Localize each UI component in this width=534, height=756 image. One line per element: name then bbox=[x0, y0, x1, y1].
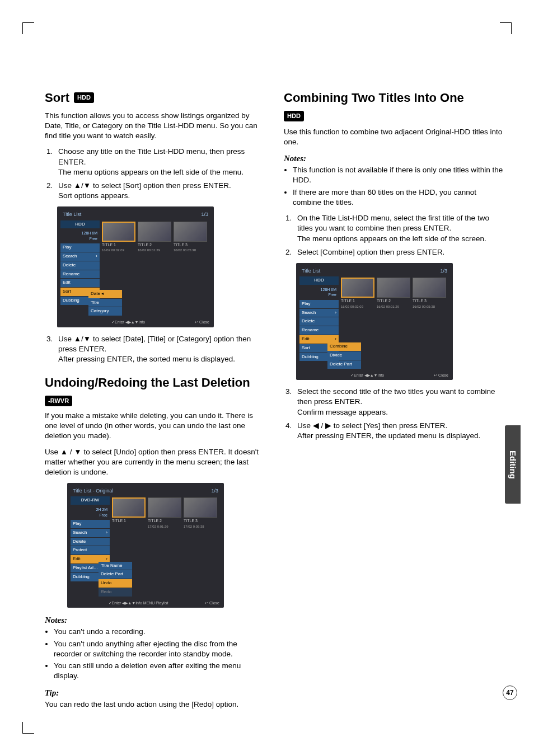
mock-submenu-item: Redo bbox=[99, 588, 132, 597]
mock-footer: ✓Enter ◀▶▲▼Info MENU Playlist bbox=[109, 600, 168, 605]
mock-menu-item: Rename bbox=[60, 270, 100, 279]
combine-steps: On the Title List-HDD menu, select the f… bbox=[294, 213, 506, 257]
combine-notes: This function is not available if there … bbox=[293, 165, 506, 208]
mock-thumb: TITLE 217/02 0:01:29 bbox=[148, 497, 181, 597]
right-column: Combining Two Titles Into One HDD Use th… bbox=[284, 90, 506, 715]
combine-step-1: On the Title List-HDD menu, select the f… bbox=[294, 213, 506, 244]
heading-combine: Combining Two Titles Into One bbox=[284, 90, 506, 106]
badge-hdd: HDD bbox=[74, 92, 94, 103]
badge-hdd: HDD bbox=[284, 111, 304, 121]
step-text: Select [Combine] option then press ENTER… bbox=[297, 248, 444, 256]
page-number: 47 bbox=[503, 685, 517, 700]
mock-hdr: DVD-RW bbox=[71, 496, 110, 505]
mock-title: Title List bbox=[302, 267, 320, 274]
step-text: On the Title List-HDD menu, select the f… bbox=[297, 214, 489, 232]
section-tab: Editing bbox=[505, 425, 521, 504]
mock-menu-item: Delete bbox=[299, 317, 339, 326]
sort-steps-cont: Use ▲/▼ to select [Date], [Title] or [Ca… bbox=[55, 334, 267, 365]
step-text: Use ▲/▼ to select [Sort] option then pre… bbox=[58, 181, 231, 190]
step-text: Select the second title of the two title… bbox=[297, 387, 495, 406]
mock-page: 1/3 bbox=[201, 211, 208, 218]
mock-submenu-item: Title bbox=[88, 299, 122, 307]
step-text: Use ▲/▼ to select [Date], [Title] or [Ca… bbox=[58, 335, 251, 353]
note: You can't undo a recording. bbox=[54, 627, 267, 637]
tip-heading: Tip: bbox=[45, 687, 267, 698]
mock-menu-item: Play bbox=[299, 300, 339, 308]
mock-thumb: TITLE 317/02 0:05:38 bbox=[184, 497, 217, 597]
mock-page: 1/3 bbox=[440, 267, 447, 274]
mock-menu-item: Search› bbox=[299, 309, 339, 317]
mock-submenu-item: Title Name bbox=[99, 562, 132, 570]
mock-thumb: TITLE 316/02 00:05:38 bbox=[174, 222, 207, 317]
tip-text: You can redo the last undo action using … bbox=[45, 699, 267, 710]
mock-free: 128H 6M Free bbox=[299, 286, 339, 300]
mock-footer: ✓Enter ◀▶▲▼Info bbox=[350, 373, 384, 378]
mock-footer: ↩ Close bbox=[205, 600, 219, 605]
combine-step-4: Use ◀ / ▶ to select [Yes] then press ENT… bbox=[294, 421, 506, 441]
mock-hdr: HDD bbox=[60, 220, 100, 229]
mock-title: Title List bbox=[63, 211, 81, 218]
mock-menu-item: Rename bbox=[299, 326, 339, 335]
mock-menu-item: Play bbox=[71, 520, 110, 528]
undo-p1: If you make a mistake while deleting, yo… bbox=[45, 411, 267, 442]
combine-intro: Use this function to combine two adjacen… bbox=[284, 127, 506, 147]
sort-step-3: Use ▲/▼ to select [Date], [Title] or [Ca… bbox=[55, 334, 267, 365]
badge-rwvr: -RWVR bbox=[45, 396, 72, 406]
step-note: The menu options appears on the left sid… bbox=[297, 234, 486, 243]
notes-heading: Notes: bbox=[284, 153, 506, 164]
sort-steps: Choose any title on the Title List-HDD m… bbox=[55, 147, 267, 201]
mock-thumb: TITLE 216/02 00:01:29 bbox=[377, 278, 410, 369]
mock-footer: ↩ Close bbox=[195, 320, 209, 325]
mock-menu-item: Edit bbox=[60, 279, 100, 287]
mock-title: Title List - Original bbox=[73, 487, 113, 494]
title-list-screenshot-undo: Title List - Original1/3 DVD-RW 2H 2M Fr… bbox=[67, 483, 224, 608]
mock-submenu-item: Undo bbox=[99, 579, 132, 588]
step-text: Use ◀ / ▶ to select [Yes] then press ENT… bbox=[297, 421, 447, 430]
mock-menu-item: Delete bbox=[60, 261, 100, 270]
step-text: Choose any title on the Title List-HDD m… bbox=[58, 147, 245, 166]
step-note: After pressing ENTER, the updated menu i… bbox=[297, 431, 480, 440]
title-list-screenshot-sort: Title List1/3 HDD 128H 6M Free Play Sear… bbox=[57, 206, 214, 327]
combine-step-2: Select [Combine] option then press ENTER… bbox=[294, 247, 506, 257]
mock-menu-item: Search› bbox=[60, 252, 100, 261]
mock-submenu-item: Category bbox=[88, 307, 122, 316]
mock-menu-item: Play bbox=[60, 243, 100, 252]
heading-undo: Undoing/Redoing the Last Deletion -RWVR bbox=[45, 374, 267, 406]
mock-menu-item: Delete bbox=[71, 538, 110, 546]
mock-footer: ↩ Close bbox=[434, 373, 448, 378]
note: You can still undo a deletion even after… bbox=[54, 661, 267, 681]
heading-text: Undoing/Redoing the Last Deletion bbox=[45, 374, 250, 391]
mock-menu-item: Search› bbox=[71, 529, 110, 537]
step-note: After pressing ENTER, the sorted menu is… bbox=[58, 355, 235, 363]
combine-step-3: Select the second title of the two title… bbox=[294, 387, 506, 417]
mock-footer: ✓Enter ◀▶▲▼Info bbox=[111, 320, 145, 325]
combine-steps-cont: Select the second title of the two title… bbox=[294, 387, 506, 441]
mock-thumb: TITLE 316/02 00:05:38 bbox=[413, 278, 446, 369]
sort-intro: This function allows you to access show … bbox=[45, 111, 267, 142]
page-content: Sort HDD This function allows you to acc… bbox=[0, 0, 534, 756]
mock-hdr: HDD bbox=[299, 276, 339, 285]
title-list-screenshot-combine: Title List1/3 HDD 128H 6M Free Play Sear… bbox=[296, 263, 453, 380]
step-note: Confirm message appears. bbox=[297, 408, 388, 416]
note: If there are more than 60 titles on the … bbox=[293, 187, 506, 208]
mock-thumb: TITLE 216/02 00:01:29 bbox=[138, 222, 171, 317]
mock-submenu-item: Date ◂ bbox=[88, 290, 122, 298]
mock-submenu-item: Divide bbox=[327, 351, 361, 360]
note: You can't undo anything after ejecting t… bbox=[54, 639, 267, 659]
mock-free: 2H 2M Free bbox=[71, 506, 110, 520]
mock-free: 128H 6M Free bbox=[60, 229, 100, 243]
left-column: Sort HDD This function allows you to acc… bbox=[45, 90, 267, 715]
notes-heading: Notes: bbox=[45, 614, 267, 626]
mock-page: 1/3 bbox=[211, 487, 218, 494]
mock-submenu-item: Delete Part bbox=[99, 570, 132, 579]
undo-p2: Use ▲ / ▼ to select [Undo] option then p… bbox=[45, 447, 267, 478]
step-note: The menu options appears on the left sid… bbox=[58, 168, 243, 176]
undo-notes: You can't undo a recording. You can't un… bbox=[54, 627, 267, 681]
mock-submenu-item: Delete Part bbox=[327, 360, 361, 369]
note: This function is not available if there … bbox=[293, 165, 506, 185]
heading-text: Combining Two Titles Into One bbox=[284, 91, 464, 105]
sort-step-1: Choose any title on the Title List-HDD m… bbox=[55, 147, 267, 177]
heading-sort: Sort HDD bbox=[45, 90, 267, 106]
sort-step-2: Use ▲/▼ to select [Sort] option then pre… bbox=[55, 181, 267, 201]
mock-submenu-item: Combine bbox=[327, 342, 361, 351]
